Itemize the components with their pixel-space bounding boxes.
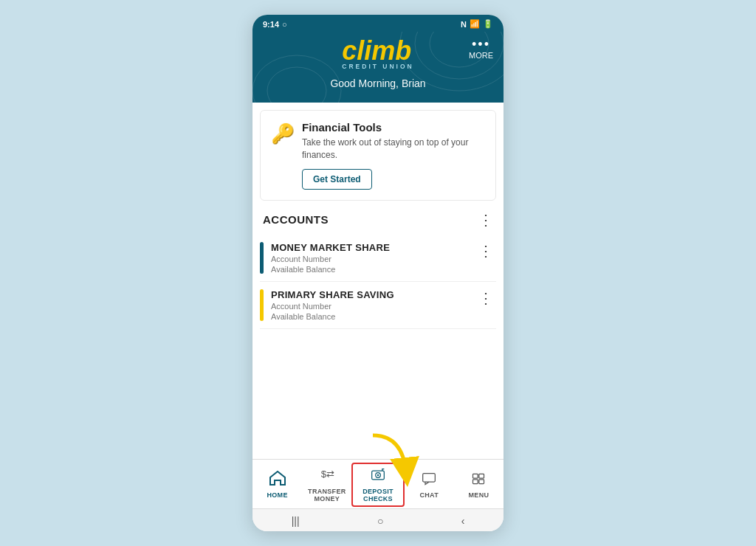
- status-bar: 9:14 ○ N 📶 🔋: [252, 15, 504, 32]
- nav-deposit-checks[interactable]: DEPOSITCHECKS: [351, 463, 404, 507]
- accounts-title: ACCOUNTS: [263, 213, 329, 226]
- account-kebab-1[interactable]: ⋮: [475, 242, 496, 260]
- logo-text: climb: [342, 38, 413, 64]
- nav-home[interactable]: HOME: [252, 464, 302, 505]
- financial-tools-icon: 🔑: [271, 122, 295, 145]
- account-kebab-2[interactable]: ⋮: [475, 289, 496, 307]
- financial-tools-title: Financial Tools: [302, 121, 485, 134]
- account-list: MONEY MARKET SHARE Account Number Availa…: [252, 235, 504, 459]
- svg-rect-10: [423, 473, 436, 482]
- android-nav-bar: ||| ○ ‹: [252, 508, 504, 531]
- logo-container: climb CREDIT UNION: [342, 38, 413, 70]
- home-icon: [269, 471, 286, 489]
- account-info-primary-share: PRIMARY SHARE SAVING Account Number Avai…: [271, 289, 475, 321]
- accounts-menu-icon[interactable]: ⋮: [478, 211, 493, 229]
- account-name-primary-share: PRIMARY SHARE SAVING: [271, 289, 475, 300]
- account-number-label-2: Account Number: [271, 302, 475, 311]
- account-item-money-market[interactable]: MONEY MARKET SHARE Account Number Availa…: [260, 235, 496, 282]
- transfer-money-icon: $⇄: [319, 467, 335, 485]
- status-time: 9:14 ○: [263, 20, 287, 29]
- account-accent-yellow: [260, 289, 264, 321]
- deposit-checks-label: DEPOSITCHECKS: [362, 488, 394, 502]
- svg-point-4: [267, 67, 326, 103]
- home-label: HOME: [267, 491, 288, 499]
- account-item-primary-share[interactable]: PRIMARY SHARE SAVING Account Number Avai…: [260, 282, 496, 329]
- android-recent-button[interactable]: |||: [292, 515, 300, 527]
- more-label: MORE: [469, 51, 493, 60]
- account-number-label-1: Account Number: [271, 255, 475, 263]
- transfer-money-label: TRANSFERMONEY: [308, 488, 346, 502]
- status-icons: N 📶 🔋: [461, 19, 493, 29]
- svg-point-3: [252, 55, 341, 103]
- menu-icon: [470, 471, 487, 489]
- greeting-text: Good Morning, Brian: [330, 77, 425, 89]
- financial-tools-card: 🔑 Financial Tools Take the work out of s…: [260, 110, 496, 201]
- accounts-section-header: ACCOUNTS ⋮: [252, 201, 504, 235]
- content-area: 🔑 Financial Tools Take the work out of s…: [252, 103, 504, 459]
- account-name-money-market: MONEY MARKET SHARE: [271, 242, 475, 253]
- account-info-money-market: MONEY MARKET SHARE Account Number Availa…: [271, 242, 475, 274]
- phone-frame: 9:14 ○ N 📶 🔋 ••• MORE climb CREDIT UNION: [252, 15, 504, 531]
- more-button[interactable]: ••• MORE: [469, 38, 493, 60]
- svg-rect-12: [479, 474, 484, 478]
- nav-chat[interactable]: CHAT: [405, 464, 454, 505]
- account-accent-teal: [260, 242, 264, 274]
- svg-text:$⇄: $⇄: [320, 469, 334, 480]
- financial-tools-content: Financial Tools Take the work out of sta…: [302, 121, 485, 190]
- deposit-checks-icon: [370, 468, 386, 485]
- android-back-button[interactable]: ‹: [461, 515, 465, 527]
- more-dots-icon: •••: [469, 38, 493, 51]
- get-started-button[interactable]: Get Started: [302, 169, 372, 190]
- app-header: ••• MORE climb CREDIT UNION Good Morning…: [252, 32, 504, 103]
- chat-icon: [421, 471, 437, 489]
- svg-point-9: [377, 474, 379, 476]
- financial-tools-desc: Take the work out of staying on top of y…: [302, 136, 485, 162]
- android-home-button[interactable]: ○: [377, 515, 383, 527]
- logo-subtitle: CREDIT UNION: [342, 63, 413, 70]
- svg-rect-13: [473, 479, 478, 483]
- account-balance-label-2: Available Balance: [271, 312, 475, 321]
- chat-label: CHAT: [419, 491, 439, 499]
- bottom-nav: HOME $⇄ TRANSFERMONEY DEPOSITCHECKS: [252, 459, 504, 508]
- svg-rect-11: [473, 474, 478, 478]
- account-balance-label-1: Available Balance: [271, 265, 475, 274]
- svg-rect-14: [479, 479, 484, 483]
- menu-label: MENU: [469, 491, 489, 499]
- nav-menu[interactable]: MENU: [454, 464, 504, 505]
- nav-transfer-money[interactable]: $⇄ TRANSFERMONEY: [302, 464, 351, 505]
